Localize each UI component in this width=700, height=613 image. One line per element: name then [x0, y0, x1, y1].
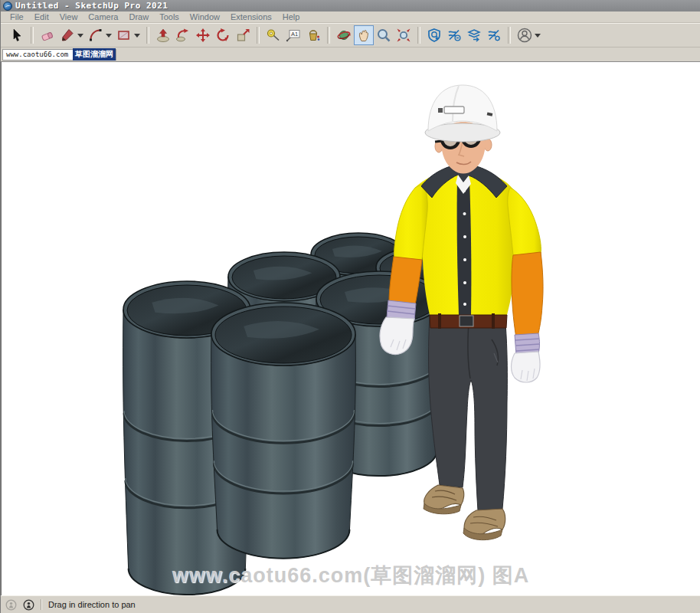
window-title: Untitled - SketchUp Pro 2021 — [15, 2, 168, 10]
text-tool-button[interactable]: A1 — [283, 25, 303, 45]
sketchup-window: Untitled - SketchUp Pro 2021 File Edit V… — [0, 0, 700, 613]
zoom-extents-icon — [396, 28, 411, 43]
toolbar-separator — [508, 27, 511, 44]
status-bar: Drag in direction to pan — [1, 595, 700, 613]
extension-waves-minus-icon — [446, 28, 462, 43]
scene-tab-name-field[interactable]: www.caotu66.com 草图溜溜网 — [2, 49, 116, 61]
scene-tab-highlighted-text: 草图溜溜网 — [73, 48, 116, 61]
status-separator — [41, 599, 42, 610]
eraser-tool-button[interactable] — [38, 25, 57, 45]
worker-pants — [429, 315, 508, 510]
sketchup-app-icon — [3, 2, 12, 11]
extension-button-4[interactable] — [484, 25, 504, 45]
menu-tools[interactable]: Tools — [154, 12, 185, 21]
title-bar: Untitled - SketchUp Pro 2021 — [1, 0, 700, 11]
extension-waves-gear-icon — [486, 28, 502, 43]
move-icon — [195, 28, 211, 43]
eraser-icon — [40, 28, 55, 43]
extension-shield-download-icon — [427, 28, 442, 43]
extension-button-3[interactable] — [464, 25, 484, 45]
toolbar-separator — [417, 27, 420, 44]
toolbar-separator — [146, 27, 149, 44]
svg-text:A1: A1 — [291, 31, 298, 38]
toolbar-separator — [257, 27, 260, 44]
viewport-3d-scene[interactable] — [2, 62, 700, 595]
scale-icon — [235, 28, 250, 43]
move-tool-button[interactable] — [193, 25, 213, 45]
tape-measure-icon — [266, 28, 281, 43]
orbit-icon — [336, 28, 352, 43]
line-tool-button[interactable] — [57, 25, 77, 45]
geolocation-status-icon[interactable] — [5, 599, 17, 611]
extension-button-1[interactable] — [424, 25, 444, 45]
select-arrow-icon — [9, 28, 25, 43]
worker-belt — [430, 313, 507, 329]
arc-dropdown-arrow[interactable] — [106, 34, 112, 38]
extension-button-2[interactable] — [444, 25, 464, 45]
watermark-text: www.caotu66.com(草图溜溜网) 图A — [2, 562, 700, 589]
rectangle-dropdown-arrow[interactable] — [134, 34, 140, 38]
extension-layers-arrow-icon — [466, 28, 482, 43]
toolbar-separator — [31, 27, 34, 44]
worker-head — [421, 85, 507, 198]
model-viewport[interactable]: www.caotu66.com(草图溜溜网) 图A — [1, 62, 700, 595]
toolbar: A1 — [1, 23, 700, 48]
menu-draw[interactable]: Draw — [123, 12, 154, 21]
menu-bar: File Edit View Camera Draw Tools Window … — [1, 11, 700, 23]
menu-extensions[interactable]: Extensions — [225, 12, 277, 21]
menu-edit[interactable]: Edit — [29, 12, 54, 21]
scale-tool-button[interactable] — [233, 25, 253, 45]
status-message: Drag in direction to pan — [48, 600, 136, 609]
zoom-icon — [376, 28, 391, 43]
worker-hard-hat — [425, 85, 500, 142]
text-a1-icon: A1 — [285, 28, 302, 43]
zoom-extents-tool-button[interactable] — [394, 25, 414, 45]
account-button[interactable] — [515, 25, 535, 45]
pushpull-tool-button[interactable] — [153, 25, 173, 45]
oil-barrel[interactable] — [211, 303, 356, 559]
scene-tab-text: www.caotu66.com — [6, 51, 73, 58]
line-dropdown-arrow[interactable] — [77, 34, 83, 38]
pencil-icon — [60, 28, 75, 43]
rotate-icon — [215, 28, 231, 43]
toolbar-separator — [327, 27, 330, 44]
arc-tool-button[interactable] — [86, 25, 106, 45]
account-dropdown-arrow[interactable] — [535, 34, 541, 38]
arc-icon — [88, 28, 103, 43]
scene-tab-strip: www.caotu66.com 草图溜溜网 — [1, 48, 700, 62]
zoom-tool-button[interactable] — [374, 25, 394, 45]
pan-hand-icon — [356, 28, 371, 43]
rectangle-icon — [116, 28, 132, 43]
pushpull-icon — [155, 28, 171, 43]
pan-tool-button[interactable] — [354, 25, 374, 45]
menu-window[interactable]: Window — [185, 12, 225, 21]
paint-bucket-tool-button[interactable] — [303, 25, 323, 45]
rotate-tool-button[interactable] — [213, 25, 233, 45]
rectangle-tool-button[interactable] — [114, 25, 134, 45]
tape-measure-tool-button[interactable] — [263, 25, 283, 45]
menu-camera[interactable]: Camera — [83, 12, 123, 21]
select-tool-button[interactable] — [7, 25, 27, 45]
menu-file[interactable]: File — [5, 12, 29, 21]
claim-credit-status-icon[interactable] — [23, 599, 34, 611]
worker-left-arm — [508, 188, 543, 382]
paint-bucket-icon — [306, 28, 321, 43]
orbit-tool-button[interactable] — [334, 25, 354, 45]
menu-view[interactable]: View — [54, 12, 83, 21]
followme-tool-button[interactable] — [173, 25, 193, 45]
menu-help[interactable]: Help — [277, 12, 306, 21]
follow-me-icon — [175, 28, 191, 43]
account-person-icon — [516, 27, 533, 44]
